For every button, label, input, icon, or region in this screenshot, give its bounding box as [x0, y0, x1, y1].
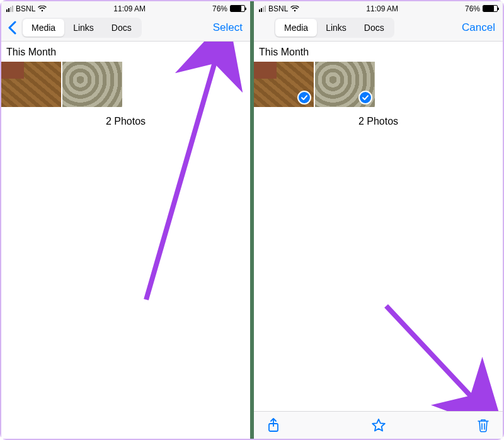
tab-links[interactable]: Links [317, 19, 355, 37]
carrier-label: BSNL [268, 4, 288, 13]
segmented-control[interactable]: Media Links Docs [274, 18, 394, 38]
content-area: This Month 2 Photos [254, 42, 503, 411]
status-time: 11:09 AM [113, 4, 146, 13]
tab-docs[interactable]: Docs [103, 19, 140, 37]
svg-line-1 [386, 306, 481, 407]
tab-media[interactable]: Media [23, 19, 64, 37]
wifi-icon [38, 6, 47, 12]
content-area: This Month 2 Photos [1, 42, 250, 439]
battery-icon [483, 5, 498, 12]
back-button[interactable] [6, 19, 18, 37]
photo-thumbnail-selected[interactable] [254, 62, 314, 107]
battery-percent: 76% [212, 4, 227, 13]
select-button[interactable]: Select [210, 21, 245, 34]
carrier-label: BSNL [16, 4, 35, 13]
photo-thumbnail-selected[interactable] [315, 62, 375, 107]
thumbnail-grid [1, 62, 250, 107]
photo-thumbnail[interactable] [62, 62, 122, 107]
nav-bar: Media Links Docs Select [1, 14, 250, 42]
tab-media[interactable]: Media [275, 19, 317, 37]
photo-thumbnail[interactable] [1, 62, 61, 107]
star-icon [371, 418, 386, 433]
share-icon [267, 418, 280, 433]
nav-bar: Media Links Docs Cancel [254, 14, 503, 42]
section-header: This Month [254, 42, 503, 62]
wifi-icon [290, 6, 299, 12]
signal-icon [259, 6, 266, 12]
status-bar: BSNL 11:09 AM 76% [1, 1, 250, 14]
status-bar: BSNL 11:09 AM 76% [254, 1, 503, 14]
phone-left: BSNL 11:09 AM 76% Media Links Docs Selec… [1, 1, 250, 439]
bottom-toolbar [254, 411, 503, 439]
share-button[interactable] [265, 417, 282, 434]
tab-links[interactable]: Links [64, 19, 103, 37]
photo-count: 2 Photos [1, 107, 250, 136]
section-header: This Month [1, 42, 250, 62]
checkmark-icon [297, 91, 311, 104]
annotation-arrow [374, 281, 503, 411]
chevron-left-icon [8, 21, 16, 35]
photo-count: 2 Photos [254, 107, 503, 136]
signal-icon [6, 6, 13, 12]
cancel-button[interactable]: Cancel [459, 21, 498, 34]
trash-icon [477, 418, 490, 433]
delete-button[interactable] [475, 417, 491, 434]
battery-percent: 76% [465, 4, 480, 13]
battery-icon [230, 5, 245, 12]
thumbnail-grid [254, 62, 503, 107]
favorite-button[interactable] [370, 417, 387, 434]
checkmark-icon [358, 91, 372, 104]
segmented-control[interactable]: Media Links Docs [21, 18, 142, 38]
phone-right: BSNL 11:09 AM 76% Media Links Docs Cance… [254, 1, 503, 439]
status-time: 11:09 AM [366, 4, 398, 13]
tab-docs[interactable]: Docs [355, 19, 393, 37]
